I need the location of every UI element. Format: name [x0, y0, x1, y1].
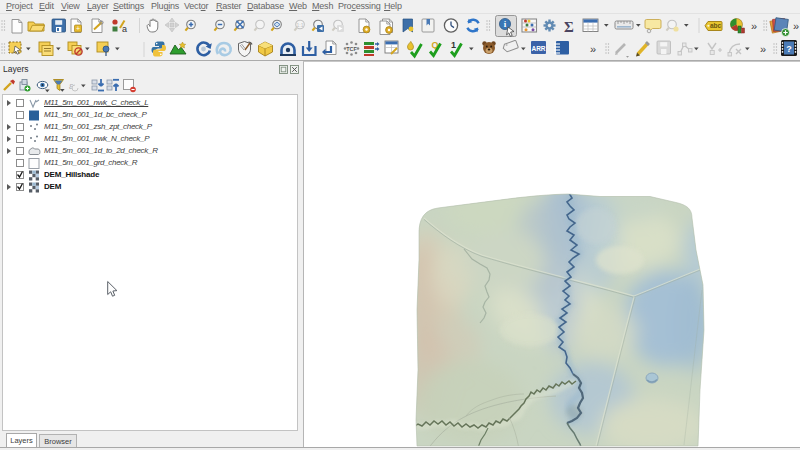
- svg-text:ARR: ARR: [531, 45, 545, 52]
- svg-text:»: »: [751, 20, 757, 32]
- svg-text:+: +: [76, 25, 80, 32]
- svg-text:TCF: TCF: [346, 46, 357, 52]
- svg-text:Σ: Σ: [564, 19, 574, 35]
- svg-text:»: »: [760, 43, 766, 55]
- svg-text:1:1: 1:1: [297, 22, 304, 28]
- svg-text:abc: abc: [710, 22, 722, 29]
- svg-text:»: »: [590, 43, 596, 55]
- svg-text:?: ?: [786, 44, 792, 54]
- svg-text:1: 1: [451, 40, 456, 50]
- svg-text:a: a: [122, 24, 127, 34]
- svg-text:»: »: [793, 20, 799, 32]
